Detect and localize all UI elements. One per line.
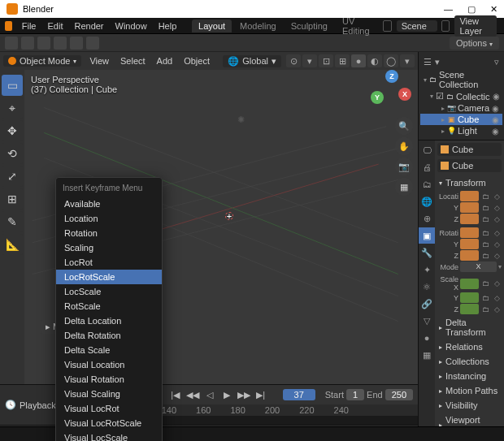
object-name-field[interactable]: Cube xyxy=(437,159,502,172)
shading-wireframe-icon[interactable]: ⊞ xyxy=(335,54,350,67)
minimize-button[interactable]: — xyxy=(444,4,453,15)
visibility-toggle-icon[interactable]: ◉ xyxy=(492,127,499,136)
menu-file[interactable]: File xyxy=(17,19,41,32)
rotation-y-field[interactable] xyxy=(460,239,479,249)
start-frame-field[interactable]: 1 xyxy=(346,389,364,400)
rotation-x-field[interactable] xyxy=(460,227,479,238)
location-z-field[interactable] xyxy=(460,214,479,224)
tool-cursor[interactable]: ⌖ xyxy=(2,97,23,119)
jump-start-button[interactable]: |◀ xyxy=(168,388,183,401)
keyframe-option-visual-locrotscale[interactable]: Visual LocRotScale xyxy=(56,416,162,430)
workspace-tab-layout[interactable]: Layout xyxy=(192,19,232,32)
axis-x-icon[interactable]: X xyxy=(398,88,411,101)
next-keyframe-button[interactable]: ▶▶ xyxy=(237,388,251,401)
jump-end-button[interactable]: ▶| xyxy=(254,388,268,401)
keyframe-option-visual-locscale[interactable]: Visual LocScale xyxy=(56,430,162,441)
pan-button[interactable]: ✋ xyxy=(395,137,413,155)
scene-name-field[interactable]: Scene xyxy=(397,20,437,32)
workspace-tab-modeling[interactable]: Modeling xyxy=(233,19,283,32)
proportional-edit-icon[interactable] xyxy=(37,37,50,50)
tool-scale[interactable]: ⤢ xyxy=(2,166,23,187)
location-y-field[interactable] xyxy=(460,202,479,213)
prev-keyframe-button[interactable]: ◀◀ xyxy=(185,388,200,401)
outliner-collection[interactable]: ▾☑🗀Collectic ◉ xyxy=(420,90,502,102)
tool-rotate[interactable]: ⟲ xyxy=(2,143,23,164)
scale-z-field[interactable] xyxy=(460,304,479,314)
keyframe-option-location[interactable]: Location xyxy=(56,211,162,226)
keyframe-option-rotscale[interactable]: RotScale xyxy=(56,299,162,313)
prop-tab-texture-icon[interactable]: ▦ xyxy=(419,347,435,363)
snap-type-icon[interactable] xyxy=(21,37,34,50)
keyframe-option-locscale[interactable]: LocScale xyxy=(56,284,162,299)
zoom-button[interactable]: 🔍 xyxy=(395,117,413,135)
shading-material-icon[interactable]: ◐ xyxy=(367,54,382,67)
keyframe-option-visual-scaling[interactable]: Visual Scaling xyxy=(56,387,162,401)
panel-motion-paths[interactable]: Motion Paths xyxy=(437,383,502,398)
outliner-item-cube[interactable]: ▸▣Cube ◉ xyxy=(420,114,502,125)
keyframe-option-delta-location[interactable]: Delta Location xyxy=(56,313,162,328)
outliner-scene-collection[interactable]: ▾🗀Scene Collection xyxy=(420,69,502,90)
prop-tab-modifier-icon[interactable]: 🔧 xyxy=(419,244,435,261)
prop-tab-object-icon[interactable]: ▣ xyxy=(419,227,435,244)
pivot-icon[interactable] xyxy=(86,37,99,50)
panel-instancing[interactable]: Instancing xyxy=(437,369,502,383)
keyframe-option-visual-locrot[interactable]: Visual LocRot xyxy=(56,401,162,416)
viewlayer-name-field[interactable]: View Layer xyxy=(454,15,497,37)
shading-dropdown-icon[interactable]: ▾ xyxy=(400,54,415,67)
outliner-editor-icon[interactable]: ☰ xyxy=(424,57,432,67)
panel-delta-transform[interactable]: Delta Transform xyxy=(437,315,502,339)
menu-help[interactable]: Help xyxy=(154,19,182,32)
orientation-dropdown[interactable]: 🌐 Global ▾ xyxy=(223,55,281,67)
scale-x-field[interactable] xyxy=(460,279,479,289)
play-button[interactable]: ▶ xyxy=(219,388,234,401)
viewport-menu-select[interactable]: Select xyxy=(117,54,149,67)
outliner-filter-icon[interactable]: ▾ xyxy=(435,57,440,67)
panel-transform[interactable]: Transform xyxy=(437,175,502,190)
prop-tab-viewlayer-icon[interactable]: 🗂 xyxy=(419,176,435,192)
keyframe-option-delta-scale[interactable]: Delta Scale xyxy=(56,343,162,357)
outliner-item-camera[interactable]: ▸📷Camera ◉ xyxy=(420,102,502,114)
keyframe-option-available[interactable]: Available xyxy=(56,197,162,211)
orientation-icon[interactable] xyxy=(70,37,83,50)
panel-visibility[interactable]: Visibility xyxy=(437,398,502,413)
workspace-tab-uvediting[interactable]: UV Editing xyxy=(336,15,380,37)
viewport-menu-view[interactable]: View xyxy=(86,54,112,67)
axis-z-icon[interactable]: Z xyxy=(385,70,398,83)
tool-measure[interactable]: 📐 xyxy=(2,234,23,255)
menu-edit[interactable]: Edit xyxy=(42,19,67,32)
current-frame-field[interactable]: 37 xyxy=(283,389,315,400)
visibility-toggle-icon[interactable]: ◉ xyxy=(493,92,500,101)
keyframe-option-locrotscale[interactable]: LocRotScale xyxy=(56,270,162,284)
play-reverse-button[interactable]: ◁ xyxy=(202,388,217,401)
keyframe-option-scaling[interactable]: Scaling xyxy=(56,240,162,255)
keyframe-option-visual-rotation[interactable]: Visual Rotation xyxy=(56,372,162,387)
prop-tab-material-icon[interactable]: ● xyxy=(419,330,435,346)
tool-select-box[interactable]: ▭ xyxy=(2,75,23,96)
visibility-toggle-icon[interactable]: ◉ xyxy=(492,115,499,124)
prop-tab-particle-icon[interactable]: ✦ xyxy=(419,262,435,278)
viewport-menu-add[interactable]: Add xyxy=(154,54,176,67)
keyframe-option-rotation[interactable]: Rotation xyxy=(56,226,162,240)
clock-icon[interactable]: 🕓 xyxy=(5,400,16,410)
scene-icon[interactable] xyxy=(383,20,392,32)
outliner-search-icon[interactable]: ▿ xyxy=(494,57,499,67)
visibility-toggle-icon[interactable]: ◉ xyxy=(492,104,499,113)
prop-tab-output-icon[interactable]: 🖨 xyxy=(419,159,435,175)
animate-button[interactable]: ◇ xyxy=(492,192,502,201)
overlay-dropdown-icon[interactable]: ▾ xyxy=(302,54,317,67)
perspective-toggle-button[interactable]: ▦ xyxy=(395,178,413,196)
overlay-toggle-icon[interactable]: ⊙ xyxy=(286,54,301,67)
prop-tab-scene-icon[interactable]: 🌐 xyxy=(419,193,435,210)
mode-dropdown[interactable]: Object Mode ▾ xyxy=(3,55,81,67)
prop-tab-physics-icon[interactable]: ⚛ xyxy=(419,279,435,295)
keyframe-option-delta-rotation[interactable]: Delta Rotation xyxy=(56,328,162,343)
end-frame-field[interactable]: 250 xyxy=(385,389,413,400)
rotation-mode-dropdown[interactable]: X xyxy=(460,262,497,272)
maximize-button[interactable]: ▢ xyxy=(467,4,476,15)
keyframe-option-visual-location[interactable]: Visual Location xyxy=(56,357,162,372)
rotation-z-field[interactable] xyxy=(460,250,479,261)
location-x-field[interactable] xyxy=(460,191,479,201)
object-name-breadcrumb[interactable]: Cube xyxy=(437,143,502,156)
panel-relations[interactable]: Relations xyxy=(437,339,502,354)
prop-tab-render-icon[interactable]: 🖵 xyxy=(419,142,435,158)
